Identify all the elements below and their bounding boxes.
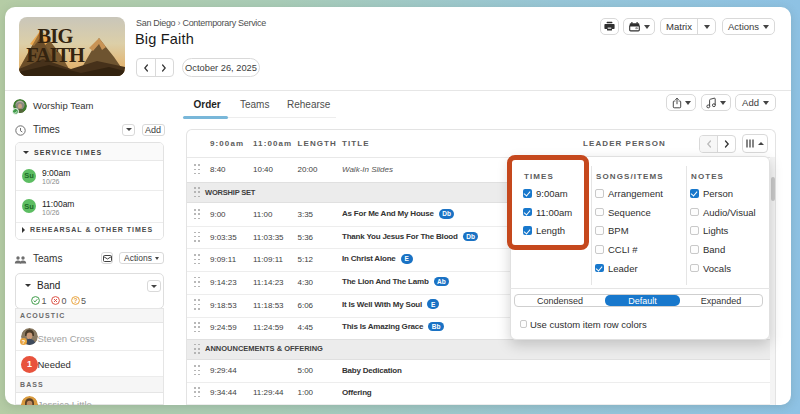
svg-text:?: ? xyxy=(74,297,78,304)
svg-text:FAITH: FAITH xyxy=(26,44,85,66)
